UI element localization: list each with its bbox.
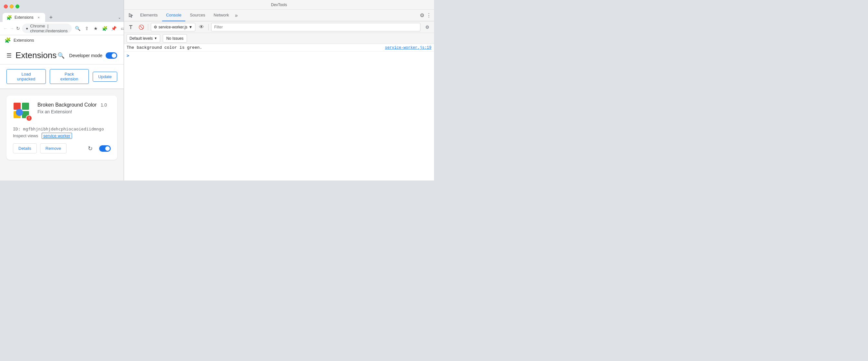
tab-bar: 🧩 Extensions × + ⌄ bbox=[0, 11, 124, 22]
toggle-slider-card bbox=[99, 145, 111, 152]
context-label: service-worker.js bbox=[159, 25, 187, 29]
maximize-traffic-light[interactable] bbox=[16, 4, 20, 8]
element-picker-icon[interactable] bbox=[127, 11, 135, 20]
cards-area: ! Broken Background Color 1.0 Fix an Ext… bbox=[0, 89, 124, 166]
active-tab[interactable]: 🧩 Extensions × bbox=[3, 13, 45, 22]
context-icon: ⚙ bbox=[154, 25, 157, 29]
console-filter-input[interactable] bbox=[211, 23, 421, 31]
error-badge: ! bbox=[26, 115, 32, 121]
default-levels-button[interactable]: Default levels ▼ bbox=[127, 34, 160, 42]
dev-mode-toggle[interactable] bbox=[105, 52, 117, 59]
devtools-titlebar: DevTools bbox=[124, 0, 434, 10]
context-selector[interactable]: ⚙ service-worker.js ▼ bbox=[151, 23, 195, 31]
console-message-source[interactable]: service-worker.js:19 bbox=[385, 46, 431, 50]
card-name-row: Broken Background Color 1.0 bbox=[37, 102, 111, 108]
tab-network[interactable]: Network bbox=[210, 10, 233, 21]
page-title: Extensions bbox=[16, 50, 58, 60]
block-icon[interactable]: 🚫 bbox=[137, 23, 145, 31]
more-tabs-button[interactable]: » bbox=[235, 12, 238, 19]
extension-puzzle-icon[interactable]: 🧩 bbox=[101, 24, 109, 33]
console-message-text: The background color is green. bbox=[127, 45, 382, 50]
extension-id: ID: mgfbhjnibhjdehcphiocaoiediidmngo bbox=[13, 127, 111, 131]
inspect-label: Inspect views bbox=[13, 133, 38, 138]
console-message: The background color is green. service-w… bbox=[124, 44, 434, 52]
title-bar bbox=[0, 0, 124, 11]
svg-rect-1 bbox=[22, 103, 29, 110]
levels-label: Default levels bbox=[129, 36, 153, 41]
hamburger-menu[interactable]: ☰ bbox=[6, 52, 11, 59]
filter-settings-icon[interactable]: ⚙ bbox=[423, 23, 431, 31]
load-unpacked-button[interactable]: Load unpacked bbox=[6, 69, 46, 84]
devtools-panel: DevTools Elements Console Sources Networ… bbox=[124, 0, 434, 181]
close-traffic-light[interactable] bbox=[4, 4, 8, 8]
search-icon[interactable]: 🔍 bbox=[58, 52, 65, 59]
svg-point-4 bbox=[16, 109, 23, 116]
back-button[interactable]: ← bbox=[3, 25, 8, 32]
extension-card: ! Broken Background Color 1.0 Fix an Ext… bbox=[6, 96, 117, 160]
new-tab-button[interactable]: + bbox=[46, 13, 56, 22]
browser-window: 🧩 Extensions × + ⌄ ← → ↻ ● Chrome | chro… bbox=[0, 0, 124, 181]
dev-mode-section: 🔍 Developer mode bbox=[58, 52, 117, 59]
pack-extension-button[interactable]: Pack extension bbox=[50, 69, 89, 84]
refresh-icon[interactable]: ↻ bbox=[88, 145, 93, 152]
address-text: Chrome | chrome://extensions bbox=[30, 24, 67, 33]
tab-overflow-button[interactable]: ⌄ bbox=[118, 15, 121, 20]
no-issues-button[interactable]: No Issues bbox=[163, 34, 187, 42]
console-prompt-row: > bbox=[124, 52, 434, 59]
clear-console-icon[interactable] bbox=[127, 23, 135, 31]
extension-description: Fix an Extension! bbox=[37, 109, 111, 114]
extension-icon-wrap: ! bbox=[13, 102, 32, 121]
minimize-traffic-light[interactable] bbox=[10, 4, 13, 8]
service-worker-link[interactable]: service worker bbox=[42, 133, 72, 139]
action-bar: Load unpacked Pack extension Update bbox=[0, 65, 124, 89]
svg-marker-5 bbox=[129, 25, 132, 29]
zoom-icon[interactable]: 🔍 bbox=[73, 24, 82, 33]
download-icon[interactable]: ⇪ bbox=[83, 24, 91, 33]
devtools-toolbar: 🚫 ⚙ service-worker.js ▼ 👁 ⚙ bbox=[124, 21, 434, 33]
tab-favicon: 🧩 bbox=[6, 15, 12, 20]
devtools-levels: Default levels ▼ No Issues bbox=[124, 33, 434, 44]
main-content: ☰ Extensions 🔍 Developer mode Load unpac… bbox=[0, 45, 124, 181]
tab-title: Extensions bbox=[14, 15, 34, 20]
extension-name: Broken Background Color bbox=[37, 102, 97, 108]
dev-mode-label: Developer mode bbox=[69, 53, 102, 58]
devtools-title: DevTools bbox=[271, 3, 287, 7]
forward-button[interactable]: → bbox=[10, 25, 14, 32]
nav-bar: ← → ↻ ● Chrome | chrome://extensions 🔍 ⇪… bbox=[0, 22, 124, 35]
card-info: Broken Background Color 1.0 Fix an Exten… bbox=[37, 102, 111, 114]
toolbar-divider bbox=[148, 24, 148, 30]
inspect-views: Inspect views service worker bbox=[13, 133, 111, 138]
extension-toggle[interactable] bbox=[99, 145, 111, 152]
devtools-console: The background color is green. service-w… bbox=[124, 44, 434, 181]
eye-icon[interactable]: 👁 bbox=[197, 23, 206, 31]
devtools-more-icon[interactable]: ⋮ bbox=[426, 12, 431, 19]
traffic-lights bbox=[4, 4, 20, 8]
toggle-slider bbox=[105, 52, 117, 59]
details-button[interactable]: Details bbox=[13, 143, 37, 153]
extension-version: 1.0 bbox=[101, 102, 107, 108]
devtools-settings-icon[interactable]: ⚙ bbox=[420, 12, 424, 19]
remove-button[interactable]: Remove bbox=[40, 143, 66, 153]
tab-elements[interactable]: Elements bbox=[136, 10, 161, 21]
card-footer: Details Remove ↻ bbox=[13, 143, 111, 153]
svg-rect-0 bbox=[13, 103, 21, 110]
tab-close-button[interactable]: × bbox=[36, 15, 41, 20]
address-bar[interactable]: ● Chrome | chrome://extensions bbox=[22, 24, 72, 33]
issues-label: No Issues bbox=[166, 36, 183, 41]
toolbar-divider-2 bbox=[208, 24, 209, 30]
console-caret-icon[interactable]: > bbox=[127, 53, 129, 58]
tab-console[interactable]: Console bbox=[162, 10, 185, 21]
context-dropdown-icon: ▼ bbox=[189, 25, 192, 29]
security-icon: ● bbox=[26, 26, 28, 31]
devtools-tabs: Elements Console Sources Network » ⚙ ⋮ bbox=[124, 10, 434, 21]
update-button[interactable]: Update bbox=[93, 72, 117, 82]
bookmark-icon[interactable]: ★ bbox=[92, 24, 100, 33]
tab-sources[interactable]: Sources bbox=[186, 10, 209, 21]
reload-button[interactable]: ↻ bbox=[16, 25, 20, 32]
breadcrumb-bar: 🧩 Extensions bbox=[0, 35, 124, 45]
address-domain: Chrome | chrome://extensions bbox=[30, 24, 67, 33]
levels-dropdown-icon: ▼ bbox=[154, 36, 157, 40]
breadcrumb-icon: 🧩 bbox=[4, 37, 11, 43]
pin-icon[interactable]: 📌 bbox=[110, 24, 118, 33]
extensions-header: ☰ Extensions 🔍 Developer mode bbox=[0, 45, 124, 65]
